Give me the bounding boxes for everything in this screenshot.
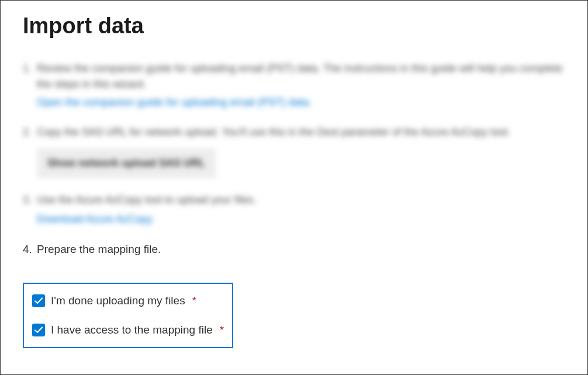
done-uploading-label: I'm done uploading my files <box>51 294 185 307</box>
done-uploading-checkbox[interactable] <box>32 294 45 307</box>
mapping-access-row: I have access to the mapping file * <box>32 324 224 336</box>
done-uploading-row: I'm done uploading my files * <box>32 294 224 307</box>
checkmark-icon <box>34 325 43 335</box>
step-1: Review the companion guide for uploading… <box>23 61 565 110</box>
download-azcopy-link[interactable]: Download Azure AzCopy <box>37 211 565 227</box>
import-data-panel: Import data Review the companion guide f… <box>0 0 588 375</box>
step-2-text: Copy the SAS URL for network upload. You… <box>37 126 510 138</box>
step-4-text: Prepare the mapping file. <box>37 243 161 255</box>
step-3-text: Use the Azure AzCopy tool to upload your… <box>37 194 256 206</box>
step-2: Copy the SAS URL for network upload. You… <box>23 124 565 178</box>
step-1-text: Review the companion guide for uploading… <box>37 62 562 90</box>
step-4: Prepare the mapping file. <box>23 241 565 258</box>
confirmation-checkbox-group: I'm done uploading my files * I have acc… <box>23 283 233 348</box>
mapping-access-label: I have access to the mapping file <box>51 324 213 336</box>
required-indicator: * <box>220 324 224 336</box>
required-indicator: * <box>192 294 196 307</box>
companion-guide-link[interactable]: Open the companion guide for uploading e… <box>37 95 565 110</box>
step-3: Use the Azure AzCopy tool to upload your… <box>23 192 565 227</box>
show-sas-url-button[interactable]: Show network upload SAS URL <box>37 148 216 178</box>
steps-list: Review the companion guide for uploading… <box>23 61 565 258</box>
page-title: Import data <box>23 13 565 39</box>
checkmark-icon <box>34 296 43 305</box>
mapping-access-checkbox[interactable] <box>32 324 45 336</box>
